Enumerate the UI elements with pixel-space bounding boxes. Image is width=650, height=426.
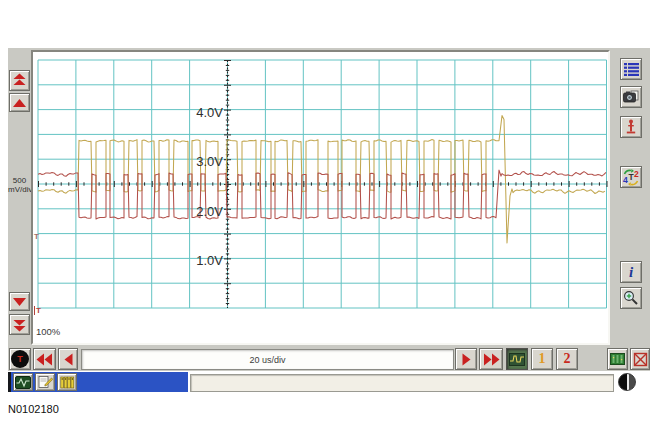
- axis-tick: [319, 182, 320, 185]
- figure-number: N0102180: [8, 403, 59, 415]
- timebase-label: 20 us/div: [249, 355, 285, 365]
- axis-tick: [553, 182, 554, 185]
- vertical-scale-label: 500 mV/div: [8, 176, 31, 194]
- camera-icon: [623, 90, 639, 104]
- green-display-icon: [610, 353, 625, 365]
- notes-button[interactable]: [35, 373, 55, 391]
- axis-tick: [235, 182, 236, 185]
- info-icon: i: [629, 264, 633, 281]
- axis-tick: [546, 182, 547, 185]
- svg-text:2: 2: [634, 169, 639, 179]
- axis-tick: [226, 219, 229, 220]
- rewind-fast-button[interactable]: [33, 348, 56, 370]
- axis-tick: [226, 120, 229, 121]
- axis-tick: [226, 273, 229, 274]
- axis-tick: [226, 125, 229, 126]
- axis-tick: [226, 249, 229, 250]
- axis-tick: [174, 182, 175, 185]
- cursor-button[interactable]: [620, 116, 642, 138]
- axis-tick: [250, 182, 251, 185]
- scroll-up-button[interactable]: [9, 93, 30, 112]
- zoom-percent-label: 100%: [36, 326, 60, 337]
- scope-view-button[interactable]: [13, 373, 33, 391]
- oscilloscope-panel: 500 mV/div 4.0V3.0V2.0V1.0V T T 100%: [8, 48, 650, 371]
- page-pencil-icon: [38, 375, 53, 389]
- axis-tick: [224, 184, 231, 185]
- trigger-circle-icon: T: [11, 350, 29, 368]
- contrast-icon[interactable]: [618, 373, 636, 391]
- info-button[interactable]: i: [620, 261, 642, 283]
- axis-tick: [226, 268, 229, 269]
- axis-tick: [356, 182, 357, 185]
- axis-tick: [224, 209, 231, 210]
- step-back-button[interactable]: [58, 348, 78, 370]
- control-bar: T 20 us/div: [8, 347, 650, 371]
- trigger-time-marker[interactable]: T: [34, 306, 41, 315]
- trigger-level-marker[interactable]: T: [34, 232, 39, 241]
- axis-tick: [226, 65, 229, 66]
- voltage-label: 2.0V: [196, 204, 223, 219]
- axis-tick: [226, 278, 229, 279]
- axis-tick: [226, 253, 229, 254]
- axis-tick: [576, 182, 577, 185]
- snapshot-button[interactable]: [620, 86, 642, 108]
- channel-2-button[interactable]: 2: [556, 348, 578, 370]
- axis-tick: [167, 182, 168, 185]
- axis-tick: [144, 182, 145, 185]
- close-display-button[interactable]: [630, 348, 650, 370]
- axis-tick: [226, 80, 229, 81]
- axis-tick: [508, 182, 509, 185]
- channel-1-button[interactable]: 1: [531, 348, 553, 370]
- axis-tick: [226, 129, 229, 130]
- axis-tick: [311, 182, 312, 185]
- axis-tick: [226, 288, 229, 289]
- step-forward-button[interactable]: [455, 348, 477, 370]
- trigger-mode-button[interactable]: T: [9, 348, 31, 370]
- axis-tick: [114, 181, 115, 187]
- magnifier-plus-icon: [623, 290, 639, 306]
- axis-tick: [226, 90, 229, 91]
- yellow-volumes-icon: [60, 376, 75, 389]
- menu-list-button[interactable]: [620, 58, 642, 80]
- axis-tick: [226, 214, 229, 215]
- axis-tick: [584, 182, 585, 185]
- axis-tick: [226, 100, 229, 101]
- axis-tick: [243, 182, 244, 185]
- zoom-in-button[interactable]: [620, 287, 642, 309]
- axis-tick: [68, 182, 69, 185]
- axis-tick: [447, 182, 448, 185]
- axis-tick: [226, 75, 229, 76]
- axis-tick: [197, 182, 198, 185]
- axis-tick: [493, 181, 494, 187]
- archive-button[interactable]: [57, 373, 77, 391]
- axis-tick: [220, 182, 221, 185]
- axis-tick: [425, 182, 426, 185]
- axis-tick: [190, 181, 191, 187]
- channel-setup-icon: 4 T 2: [622, 169, 640, 186]
- axis-tick: [296, 182, 297, 185]
- scroll-down-button[interactable]: [9, 292, 30, 311]
- scroll-down-fast-button[interactable]: [9, 314, 30, 335]
- taskbar: [8, 372, 650, 393]
- axis-tick: [334, 182, 335, 185]
- double-right-arrow-icon: [483, 353, 500, 366]
- axis-tick: [224, 85, 231, 86]
- channel-2-label: 2: [564, 352, 571, 366]
- axis-tick: [561, 182, 562, 185]
- axis-tick: [224, 234, 231, 235]
- axis-tick: [61, 182, 62, 185]
- live-display-toggle[interactable]: [506, 348, 528, 370]
- crossed-box-icon: [633, 352, 648, 367]
- axis-tick: [224, 110, 231, 111]
- channel-setup-button[interactable]: 4 T 2: [620, 166, 642, 188]
- scroll-up-fast-button[interactable]: [9, 70, 30, 91]
- axis-tick: [226, 224, 229, 225]
- left-rail: 500 mV/div: [8, 48, 31, 345]
- live-trace-icon: [509, 353, 525, 366]
- forward-fast-button[interactable]: [479, 348, 503, 370]
- axis-tick: [182, 182, 183, 185]
- voltage-label: 1.0V: [196, 253, 223, 268]
- axis-tick: [538, 182, 539, 185]
- display-grid-button[interactable]: [607, 348, 628, 370]
- axis-tick: [440, 182, 441, 185]
